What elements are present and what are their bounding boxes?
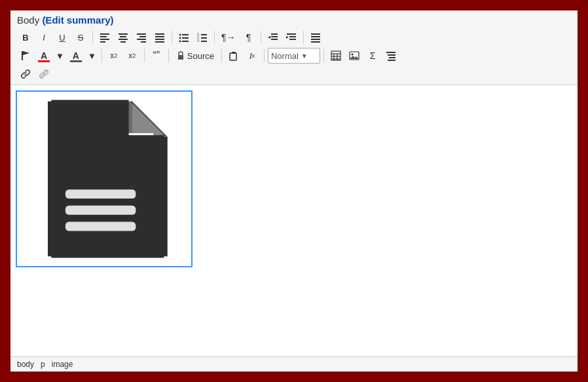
editor-container: Body (Edit summary) B I U S xyxy=(9,9,579,373)
indent-right-button[interactable]: ¶→ xyxy=(218,29,239,45)
table-button[interactable] xyxy=(327,48,344,64)
statusbar: body p image xyxy=(10,356,578,372)
indent-left-button[interactable]: ¶ xyxy=(240,29,257,45)
outdent-icon xyxy=(268,32,278,43)
separator-5 xyxy=(303,31,304,44)
toolbar-row-1: B I U S xyxy=(17,29,571,45)
svg-rect-40 xyxy=(22,51,23,60)
svg-rect-57 xyxy=(388,60,395,61)
separator-10 xyxy=(264,49,265,62)
svg-rect-9 xyxy=(139,36,146,37)
blockquote-button[interactable]: “” xyxy=(148,48,165,64)
selected-image-block[interactable] xyxy=(16,90,193,267)
svg-rect-1 xyxy=(100,36,107,37)
svg-marker-53 xyxy=(350,56,359,59)
statusbar-p[interactable]: p xyxy=(41,360,45,369)
svg-rect-56 xyxy=(389,57,395,58)
svg-rect-25 xyxy=(201,37,207,39)
svg-rect-21 xyxy=(182,41,189,42)
svg-rect-43 xyxy=(230,53,236,60)
svg-rect-32 xyxy=(287,33,296,35)
separator-8 xyxy=(168,49,169,62)
font-color-button[interactable]: A xyxy=(35,48,52,64)
separator-6 xyxy=(101,49,102,62)
toolbar-row-2: A ▼ A ▼ x2 x2 “” xyxy=(17,48,571,64)
svg-rect-6 xyxy=(119,39,128,40)
unlink-icon xyxy=(39,69,49,79)
source-label: Source xyxy=(187,51,214,61)
format-chevron-icon: ▼ xyxy=(301,52,308,60)
link-icon xyxy=(20,69,31,79)
statusbar-body[interactable]: body xyxy=(17,360,34,369)
separator-11 xyxy=(323,49,324,62)
unordered-list-button[interactable] xyxy=(175,29,193,45)
svg-rect-10 xyxy=(137,39,146,40)
svg-rect-39 xyxy=(311,41,320,43)
insert-link-button[interactable] xyxy=(17,66,34,82)
font-color-indicator xyxy=(38,60,50,62)
separator-1 xyxy=(92,31,93,44)
align-right-icon xyxy=(136,32,147,43)
svg-rect-3 xyxy=(100,41,105,43)
svg-rect-54 xyxy=(386,52,395,53)
align-center-button[interactable] xyxy=(115,29,132,45)
list-format-icon xyxy=(386,50,396,61)
flag-icon xyxy=(20,50,31,61)
toolbar-row-3 xyxy=(17,66,571,82)
ordered-list-icon: 1. 2. 3. xyxy=(197,32,208,43)
svg-point-18 xyxy=(179,37,181,39)
align-justify-icon xyxy=(155,32,165,43)
svg-rect-34 xyxy=(289,39,296,40)
paste-text-button[interactable] xyxy=(225,48,242,64)
remove-link-button[interactable] xyxy=(35,66,52,82)
format-select[interactable]: Normal ▼ xyxy=(268,48,320,64)
svg-rect-4 xyxy=(119,33,128,35)
svg-marker-35 xyxy=(286,36,289,39)
flag-button[interactable] xyxy=(17,48,34,64)
subscript-button[interactable]: x2 xyxy=(124,48,141,64)
align-left-icon xyxy=(100,32,110,43)
svg-rect-38 xyxy=(311,39,320,40)
lock-icon xyxy=(176,51,185,60)
highlight-button[interactable]: A xyxy=(67,48,84,64)
separator-3 xyxy=(214,31,215,44)
svg-point-20 xyxy=(179,41,181,43)
content-area[interactable] xyxy=(16,90,572,351)
clear-format-button[interactable]: Ix xyxy=(244,48,261,64)
outdent-button[interactable] xyxy=(265,29,282,45)
indent-button[interactable] xyxy=(283,29,300,45)
align-left-button[interactable] xyxy=(96,29,113,45)
insert-image-button[interactable] xyxy=(346,48,363,64)
image-icon xyxy=(349,50,359,61)
statusbar-image[interactable]: image xyxy=(52,360,73,369)
separator-2 xyxy=(172,31,172,44)
superscript-button[interactable]: x2 xyxy=(105,48,122,64)
special-chars-button[interactable]: Σ xyxy=(364,48,381,64)
select-all-button[interactable] xyxy=(307,29,324,45)
svg-point-16 xyxy=(179,34,181,36)
title-label: Body xyxy=(17,14,39,26)
strikethrough-button[interactable]: S xyxy=(72,29,89,45)
svg-rect-42 xyxy=(178,55,183,60)
edit-summary-link[interactable]: (Edit summary) xyxy=(42,14,113,26)
select-all-icon xyxy=(310,32,321,43)
svg-rect-30 xyxy=(271,39,278,40)
svg-rect-28 xyxy=(271,33,278,35)
svg-rect-36 xyxy=(311,33,320,35)
font-color-dropdown[interactable]: ▼ xyxy=(54,48,66,64)
toolbar: B I U S xyxy=(17,29,571,82)
align-justify-button[interactable] xyxy=(151,29,168,45)
svg-rect-8 xyxy=(137,33,146,35)
list-format-button[interactable] xyxy=(382,48,399,64)
document-icon xyxy=(20,94,189,263)
svg-rect-0 xyxy=(100,33,109,35)
source-button[interactable]: Source xyxy=(172,48,218,64)
svg-marker-31 xyxy=(268,36,270,39)
highlight-dropdown[interactable]: ▼ xyxy=(86,48,98,64)
italic-button[interactable]: I xyxy=(35,29,52,45)
ordered-list-button[interactable]: 1. 2. 3. xyxy=(194,29,211,45)
underline-button[interactable]: U xyxy=(54,29,71,45)
align-right-button[interactable] xyxy=(133,29,150,45)
bold-button[interactable]: B xyxy=(17,29,34,45)
editor-body[interactable] xyxy=(10,85,578,356)
